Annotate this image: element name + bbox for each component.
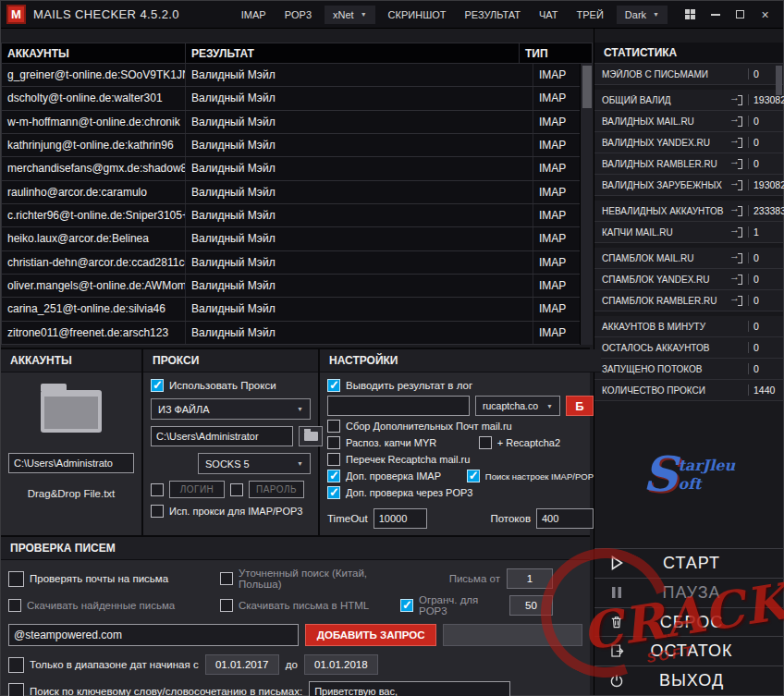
proxy-password-input[interactable] [249, 481, 304, 498]
menu-screenshot[interactable]: СКРИНШОТ [380, 5, 455, 25]
timeout-input[interactable] [374, 508, 427, 529]
table-row[interactable]: carina_251@t-online.de:silvia46Валидный … [1, 298, 593, 321]
log-output-checkbox[interactable]: Выводить результат в лог [327, 379, 594, 392]
trash-icon [594, 615, 639, 629]
imap-pop-settings-checkbox[interactable]: Поиск настроек IMAP/POP [467, 470, 594, 482]
proxy-login-checkbox[interactable] [151, 483, 164, 496]
stat-label: МЭЙЛОВ С ПИСЬМАМИ [594, 69, 748, 79]
table-row[interactable]: c.richter96@t-online.de:Sniper3105+Валид… [1, 204, 593, 227]
use-proxy-checkbox[interactable]: Использовать Прокси [151, 379, 311, 392]
table-row[interactable]: kathrinjung@t-online.de:kathrin96Валидны… [1, 134, 593, 157]
account-cell: w-m-hoffmann@t-online.de:chronik [2, 111, 186, 133]
download-found-checkbox[interactable]: Скачивать найденные письма [8, 599, 214, 612]
result-cell: Валидный Мэйл [186, 251, 533, 274]
column-header-accounts[interactable]: АККАУНТЫ [2, 43, 186, 63]
chevron-down-icon: ▼ [546, 403, 553, 409]
stat-row: МЭЙЛОВ С ПИСЬМАМИ0 [594, 64, 783, 85]
scrollbar-thumb[interactable] [582, 66, 592, 108]
menu-imap[interactable]: IMAP [233, 5, 275, 25]
export-icon[interactable] [729, 227, 744, 238]
table-row[interactable]: raulinho@arcor.de:caramuloВалидный МэйлI… [1, 181, 593, 204]
checkbox-icon [400, 599, 413, 612]
proxy-source-select[interactable]: ИЗ ФАЙЛА ▼ [151, 398, 311, 420]
export-icon[interactable] [729, 138, 744, 148]
table-row[interactable]: dscholty@t-online.de:walter301Валидный М… [1, 87, 593, 110]
check-mail-letters-checkbox[interactable]: Проверять почты на письма [8, 571, 214, 587]
export-icon[interactable] [729, 95, 744, 105]
keyword-input[interactable] [309, 681, 510, 696]
maximize-button[interactable] [728, 4, 753, 26]
menu-pop3[interactable]: POP3 [276, 5, 320, 25]
query-input[interactable] [8, 624, 299, 646]
export-icon[interactable] [729, 116, 744, 127]
proxy-file-path-input[interactable] [151, 426, 293, 446]
recheck-recaptcha-checkbox[interactable]: Перечек Recaptcha mail.ru [327, 453, 594, 466]
export-icon[interactable] [729, 206, 744, 216]
proxy-for-imap-pop3-checkbox[interactable]: Исп. прокси для IMAP/POP3 [151, 505, 311, 518]
table-row[interactable]: oliver.mangels@t-online.de:AWMomВалидный… [1, 275, 593, 298]
checkbox-icon [8, 683, 24, 696]
table-row[interactable]: w-m-hoffmann@t-online.de:chronikВалидный… [1, 111, 593, 134]
recaptcha2-checkbox[interactable]: + Recaptcha2 [479, 436, 560, 449]
table-row[interactable]: merchandisefans@gmx.de:shadow87Валидный … [1, 157, 593, 180]
limit-pop3-input[interactable]: 50 [509, 595, 553, 616]
menu-result[interactable]: РЕЗУЛЬТАТ [457, 5, 529, 25]
reset-button[interactable]: СБРОС [594, 607, 783, 637]
table-row[interactable]: heiko.laux@arcor.de:BelineaВалидный Мэйл… [1, 227, 593, 250]
date-to-picker[interactable]: 01.01.2018 [304, 654, 378, 675]
menu-chat[interactable]: ЧАТ [531, 5, 567, 25]
limit-pop3-checkbox[interactable]: Огранч. для POP3 [400, 594, 503, 617]
export-icon[interactable] [729, 253, 744, 263]
pause-button[interactable]: ПАУЗА [594, 578, 783, 607]
export-icon[interactable] [729, 180, 744, 190]
add-query-button[interactable]: ДОБАВИТЬ ЗАПРОС [305, 624, 435, 646]
stat-value: 0 [748, 158, 783, 169]
table-row[interactable]: christian-dehn@arcor.de:ccad2811ccВалидн… [1, 251, 593, 275]
limit-pop3-label: Огранч. для POP3 [419, 594, 503, 617]
accounts-file-path-input[interactable] [8, 453, 134, 473]
menu-tray[interactable]: ТРЕЙ [569, 5, 612, 25]
captcha-service-select[interactable]: rucaptcha.co ▼ [475, 396, 560, 416]
letters-from-input[interactable]: 1 [507, 568, 553, 589]
collect-extra-mail-checkbox[interactable]: Сбор Дополнительных Почт mail.ru [327, 420, 594, 433]
threads-label: Потоков [490, 513, 531, 524]
minimize-button[interactable] [703, 4, 728, 26]
proxy-login-input[interactable] [169, 481, 225, 498]
download-html-checkbox[interactable]: Скачивать письма в HTML [220, 599, 394, 612]
column-header-result[interactable]: РЕЗУЛЬТАТ [186, 43, 520, 63]
xnet-select[interactable]: xNet ▼ [325, 6, 375, 24]
column-header-type[interactable]: ТИП [520, 43, 592, 63]
balance-button[interactable]: Б [566, 396, 594, 416]
result-cell: Валидный Мэйл [186, 134, 533, 156]
theme-select[interactable]: Dark ▼ [617, 6, 668, 24]
recognize-captcha-checkbox[interactable]: Распоз. капчи MYR [327, 436, 436, 449]
captcha-key-input[interactable] [327, 396, 470, 416]
stats-scrollbar-thumb[interactable] [776, 66, 782, 95]
proxy-for-imap-pop3-label: Исп. прокси для IMAP/POP3 [169, 506, 302, 517]
apps-grid-icon[interactable] [678, 4, 703, 26]
threads-input[interactable] [536, 508, 594, 529]
imap-extra-check-checkbox[interactable]: Доп. проверка IMAP [327, 470, 441, 482]
close-button[interactable]: × [753, 4, 778, 26]
start-button[interactable]: СТАРТ [594, 548, 783, 578]
date-range-checkbox[interactable]: Только в диапазоне дат начиная с [8, 657, 199, 673]
proxy-type-select[interactable]: SOCKS 5 ▼ [198, 453, 311, 474]
export-icon[interactable] [729, 275, 744, 285]
query-list-button[interactable] [443, 624, 582, 646]
chevron-down-icon: ▼ [361, 11, 367, 18]
rest-button[interactable]: ОСТАТОК [594, 636, 783, 665]
refined-search-checkbox[interactable]: Уточненный поиск (Китай, Польша) [220, 568, 394, 590]
exit-button[interactable]: ВЫХОД [594, 665, 783, 695]
stat-label: ОБЩИЙ ВАЛИД [594, 95, 729, 105]
proxy-password-checkbox[interactable] [230, 483, 243, 496]
export-icon[interactable] [729, 296, 744, 306]
export-icon[interactable] [729, 159, 744, 169]
date-from-picker[interactable]: 01.01.2017 [205, 654, 279, 675]
folder-icon[interactable] [41, 390, 102, 433]
table-row[interactable]: g_greiner@t-online.de:SOoV9TK1JNВалидный… [1, 64, 593, 87]
table-row[interactable]: zitrone011@freenet.de:arsch123Валидный М… [1, 322, 593, 345]
table-scrollbar[interactable] [580, 64, 593, 345]
pop3-extra-check-checkbox[interactable]: Доп. проверка через POP3 [327, 486, 594, 499]
keyword-search-checkbox[interactable]: Поиск по ключевому слову/словосочетанию … [8, 683, 302, 696]
stat-row: СПАМБЛОК YANDEX.RU0 [594, 269, 783, 290]
